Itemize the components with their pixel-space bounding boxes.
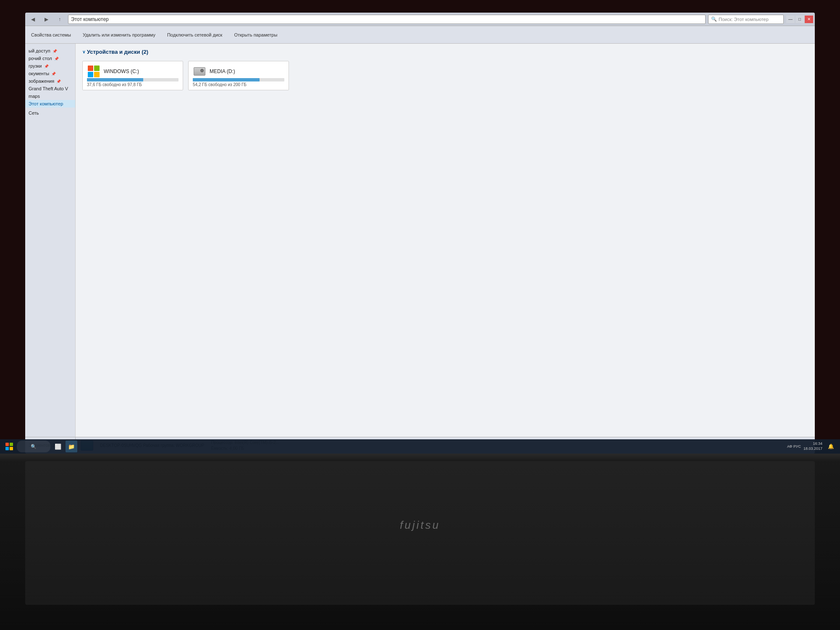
drive-c-bar — [87, 78, 143, 81]
sidebar-item-downloads[interactable]: грузки 📌 — [25, 62, 75, 70]
back-button[interactable]: ◀ — [27, 13, 39, 25]
hdd-shape — [194, 67, 205, 76]
up-button[interactable]: ↑ — [54, 13, 66, 25]
sidebar-label: Сеть — [29, 110, 39, 116]
toolbar: Свойства системы Удалить или изменить пр… — [25, 26, 815, 44]
main-content: ый доступ 📌 рочий стол 📌 грузки 📌 окумен… — [25, 44, 815, 437]
laptop-hinge — [0, 454, 840, 461]
drive-d-name: MEDIA (D:) — [210, 68, 235, 74]
section-header: ∨ Устройства и диски (2) — [82, 49, 808, 55]
window-controls: — □ ✕ — [786, 16, 813, 23]
search-taskbar-icon: 🔍 — [31, 444, 37, 449]
sidebar-label: Grand Theft Auto V — [29, 86, 68, 91]
start-q2 — [10, 443, 13, 446]
sidebar-item-documents[interactable]: окументы 📌 — [25, 70, 75, 77]
laptop-frame: ◀ ▶ ↑ Этот компьютер 🔍 Поиск: Этот компь… — [0, 0, 840, 630]
address-bar[interactable]: Этот компьютер — [68, 15, 706, 24]
drive-d-info: 54,2 ГБ свободно из 200 ГБ — [193, 82, 284, 87]
sidebar-label: грузки — [29, 63, 42, 68]
taskbar-right: АФ РУС 16:34 18.03.2017 🔔 — [787, 441, 837, 452]
drive-c-bar-container — [87, 78, 178, 81]
drive-c-bar-section: 37,6 ГБ свободно из 97,8 ГБ — [87, 78, 178, 87]
brand-label: fujitsu — [400, 519, 440, 532]
drives-grid: WINDOWS (C:) 37,6 ГБ свободно из 97,8 ГБ — [82, 61, 808, 90]
sidebar-label: Этот компьютер — [29, 101, 63, 106]
search-icon: 🔍 — [711, 16, 717, 22]
chevron-icon: ∨ — [82, 50, 85, 54]
start-logo — [4, 441, 15, 452]
section-title: Устройства и диски (2) — [87, 49, 148, 55]
sidebar-label: окументы — [29, 71, 49, 76]
win-logo-q2 — [94, 66, 100, 71]
screen-area: ◀ ▶ ↑ Этот компьютер 🔍 Поиск: Этот компь… — [25, 13, 815, 454]
sidebar-label: рочий стол — [29, 56, 52, 61]
start-q3 — [5, 447, 9, 450]
sidebar-item-quick-access[interactable]: ый доступ 📌 — [25, 47, 75, 55]
search-box[interactable]: 🔍 Поиск: Этот компьютер — [708, 15, 784, 24]
task-view-button[interactable]: ⬜ — [52, 441, 64, 452]
windows-drive-icon — [87, 65, 100, 78]
sidebar-item-images[interactable]: зображения 📌 — [25, 77, 75, 85]
drive-d-tile[interactable]: MEDIA (D:) 54,2 ГБ свободно из 200 ГБ — [188, 61, 289, 90]
minimize-button[interactable]: — — [786, 16, 795, 23]
toolbar-uninstall[interactable]: Удалить или изменить программу — [80, 31, 158, 39]
pin-icon: 📌 — [44, 64, 49, 68]
taskbar-time-date: 16:34 18.03.2017 — [803, 441, 822, 451]
sidebar-item-this-pc[interactable]: Этот компьютер — [25, 100, 75, 108]
drive-top: WINDOWS (C:) — [87, 65, 178, 78]
forward-button[interactable]: ▶ — [40, 13, 52, 25]
taskbar-indicators: АФ РУС — [787, 444, 801, 449]
pin-icon: 📌 — [56, 79, 61, 84]
toolbar-system-properties[interactable]: Свойства системы — [29, 31, 74, 39]
win-logo-q3 — [88, 72, 93, 77]
drive-c-name: WINDOWS (C:) — [104, 68, 139, 74]
taskbar: 🔍 ⬜ 📁 АФ РУС 16:34 18.03.2017 🔔 — [0, 439, 840, 454]
drive-c-tile[interactable]: WINDOWS (C:) 37,6 ГБ свободно из 97,8 ГБ — [82, 61, 183, 90]
hdd-drive-icon — [193, 65, 206, 78]
folder-icon: 📁 — [68, 444, 75, 450]
laptop-body: fujitsu — [0, 454, 840, 630]
close-button[interactable]: ✕ — [805, 16, 813, 23]
toolbar-open-settings[interactable]: Открыть параметры — [231, 31, 280, 39]
start-q1 — [5, 443, 9, 446]
bell-icon: 🔔 — [828, 444, 834, 449]
taskbar-date: 18.03.2017 — [803, 446, 822, 452]
windows-logo — [88, 66, 100, 77]
sidebar-label: ый доступ — [29, 48, 50, 53]
sidebar-label: maps — [29, 94, 40, 99]
start-button[interactable] — [3, 441, 15, 452]
sidebar-item-maps[interactable]: maps — [25, 92, 75, 100]
title-bar: ◀ ▶ ↑ Этот компьютер 🔍 Поиск: Этот компь… — [25, 13, 815, 26]
drive-c-info: 37,6 ГБ свободно из 97,8 ГБ — [87, 82, 178, 87]
sidebar-item-gta[interactable]: Grand Theft Auto V — [25, 85, 75, 92]
breadcrumb: Этот компьютер — [71, 16, 109, 22]
search-placeholder: Поиск: Этот компьютер — [719, 17, 769, 22]
notification-icon[interactable]: 🔔 — [825, 441, 837, 452]
sidebar: ый доступ 📌 рочий стол 📌 грузки 📌 окумен… — [25, 44, 76, 437]
win-logo-q4 — [94, 72, 100, 77]
sidebar-label: зображения — [29, 79, 54, 84]
win-logo-q1 — [88, 66, 93, 71]
pin-icon: 📌 — [52, 49, 57, 53]
drive-d-bar — [193, 78, 260, 81]
sidebar-item-desktop[interactable]: рочий стол 📌 — [25, 55, 75, 62]
toolbar-map-drive[interactable]: Подключить сетевой диск — [165, 31, 225, 39]
task-view-icon: ⬜ — [55, 444, 61, 450]
content-panel: ∨ Устройства и диски (2) — [76, 44, 815, 437]
drive-d-bar-section: 54,2 ГБ свободно из 200 ГБ — [193, 78, 284, 87]
pin-icon: 📌 — [54, 57, 59, 61]
taskbar-time: 16:34 — [803, 441, 822, 446]
pin-icon: 📌 — [51, 72, 56, 76]
search-taskbar-button[interactable]: 🔍 — [17, 441, 50, 452]
file-explorer-taskbar[interactable]: 📁 — [66, 441, 77, 452]
keyboard-area: fujitsu — [25, 461, 815, 605]
drive-top-d: MEDIA (D:) — [193, 65, 284, 78]
drive-d-bar-container — [193, 78, 284, 81]
maximize-button[interactable]: □ — [795, 16, 804, 23]
start-q4 — [10, 447, 13, 450]
sidebar-item-network[interactable]: Сеть — [25, 109, 75, 117]
